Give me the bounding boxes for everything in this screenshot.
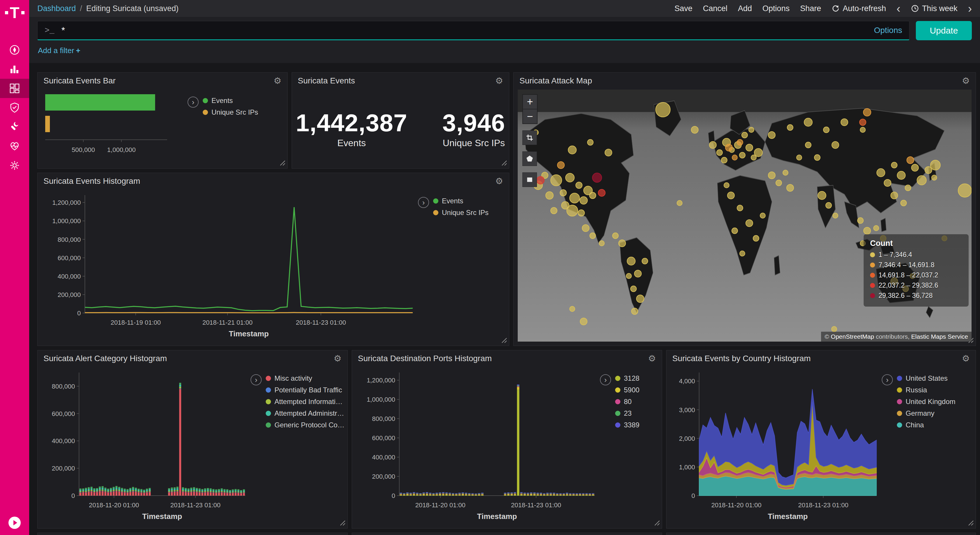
legend-item[interactable]: Attempted Administr… [266,409,344,417]
legend-item[interactable]: 3389 [615,421,640,429]
attack-bubble[interactable] [805,142,811,148]
time-range-button[interactable]: This week [911,4,958,13]
resize-handle-icon[interactable] [340,520,346,527]
sidebar-item-dashboard[interactable] [0,79,29,98]
attack-bubble[interactable] [768,131,776,139]
legend-item[interactable]: Generic Protocol Co… [266,421,344,429]
query-input[interactable]: >_ * Options [37,21,909,40]
attack-bubble[interactable] [760,213,766,218]
attack-bubble[interactable] [917,175,927,185]
attack-bubble[interactable] [580,318,587,325]
attack-bubble[interactable] [568,146,577,154]
attack-bubble[interactable] [560,189,567,196]
attack-bubble[interactable] [724,182,729,188]
legend-item[interactable]: United States [897,374,956,382]
panel-gear-icon[interactable]: ⚙ [334,354,342,363]
attack-bubble[interactable] [911,164,919,172]
attack-bubble[interactable] [786,184,794,192]
attack-bubble[interactable] [832,213,838,218]
legend-toggle-icon[interactable]: › [188,97,199,108]
attack-bubble[interactable] [709,141,717,149]
attack-bubble[interactable] [897,171,905,180]
alert-category-chart[interactable]: 0200,000400,000600,000800,0002018-11-20 … [41,367,251,525]
attack-bubble[interactable] [570,193,580,203]
attack-bubble[interactable] [796,154,802,161]
attack-bubble[interactable] [900,200,907,206]
legend-item[interactable]: 3128 [615,374,640,382]
attack-bubble[interactable] [930,160,940,170]
time-forward-button[interactable]: › [968,3,972,14]
attack-bubble[interactable] [958,183,972,197]
events-by-country-chart[interactable]: 01,0002,0003,0004,0002018-11-20 01:00201… [670,367,882,525]
attack-bubble[interactable] [884,179,891,187]
attack-bubble[interactable] [587,139,593,146]
panel-gear-icon[interactable]: ⚙ [648,354,656,363]
attack-bubble[interactable] [565,173,574,182]
attack-bubble[interactable] [630,286,637,292]
attack-bubble[interactable] [831,326,837,332]
attack-bubble[interactable] [582,225,589,232]
legend-toggle-icon[interactable]: › [600,374,611,385]
attack-bubble[interactable] [787,124,793,131]
attack-bubble[interactable] [832,141,839,149]
legend-item[interactable]: Potentially Bad Traffic [266,386,344,394]
events-histogram-chart[interactable]: 0200,000400,000600,000800,0001,000,0001,… [41,189,418,342]
panel-gear-icon[interactable]: ⚙ [495,76,503,85]
resize-handle-icon[interactable] [280,160,286,167]
attack-bubble[interactable] [677,200,682,206]
attack-bubble[interactable] [863,108,871,116]
attack-bubble[interactable] [905,185,911,191]
attack-bubble[interactable] [753,235,759,242]
attack-bubble[interactable] [732,154,738,161]
legend-item[interactable]: United Kingdom [897,398,956,406]
attack-bubble[interactable] [546,191,554,199]
attack-bubble[interactable] [576,182,582,189]
attack-bubble[interactable] [557,161,565,169]
attack-bubble[interactable] [618,239,626,247]
panel-gear-icon[interactable]: ⚙ [495,177,503,186]
update-button[interactable]: Update [916,21,972,40]
options-button[interactable]: Options [762,4,789,13]
attack-bubble[interactable] [737,139,743,146]
attack-bubble[interactable] [768,172,776,179]
legend-item[interactable]: 5900 [615,386,640,394]
attack-bubble[interactable] [550,207,557,214]
attack-bubble[interactable] [891,162,897,168]
attack-bubble[interactable] [566,205,578,217]
attack-bubble[interactable] [931,175,937,181]
attack-bubble[interactable] [636,295,644,303]
attack-bubble[interactable] [605,149,612,156]
legend-item[interactable]: China [897,421,956,429]
sidebar-item-management[interactable] [0,156,29,175]
map-zoom-in-button[interactable]: + [523,94,537,109]
ems-link[interactable]: Elastic Maps Service [911,333,968,340]
sidebar-item-visualize[interactable] [0,59,29,79]
sidebar-item-dev-tools[interactable] [0,117,29,137]
attack-bubble[interactable] [746,144,753,151]
attack-bubble[interactable] [598,189,606,197]
add-filter-link[interactable]: Add a filter+ [38,46,80,55]
breadcrumb-dashboard-link[interactable]: Dashboard [37,4,76,13]
attack-bubble[interactable] [627,257,636,266]
attack-bubble[interactable] [818,191,826,200]
attack-bubble[interactable] [754,148,763,157]
add-button[interactable]: Add [738,4,752,13]
attack-bubble[interactable] [612,232,619,239]
legend-item[interactable]: Russia [897,386,956,394]
attack-bubble[interactable] [550,174,562,186]
attack-bubble[interactable] [859,119,866,126]
resize-handle-icon[interactable] [501,160,507,167]
resize-handle-icon[interactable] [501,338,507,344]
attack-bubble[interactable] [823,127,829,133]
attack-bubble[interactable] [589,192,596,199]
attack-bubble[interactable] [732,228,738,234]
attack-bubble[interactable] [570,306,575,312]
time-back-button[interactable]: ‹ [897,3,900,14]
resize-handle-icon[interactable] [654,520,660,527]
legend-item[interactable]: Unique Src IPs [203,108,258,116]
attack-bubble[interactable] [873,225,879,231]
sidebar-item-discover[interactable] [0,40,29,59]
attack-bubble[interactable] [814,154,821,161]
attack-bubble[interactable] [739,152,746,158]
events-bar-chart[interactable]: 500,0001,000,000 [41,89,188,165]
